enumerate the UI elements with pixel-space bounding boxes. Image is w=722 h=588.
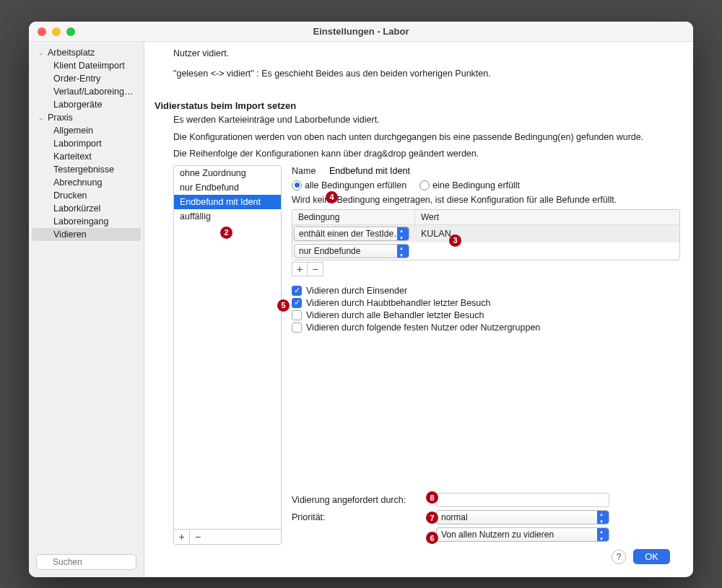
- annotation-badge: 5: [277, 299, 290, 312]
- checkbox[interactable]: [292, 322, 302, 333]
- name-label: Name: [292, 166, 329, 176]
- config-detail: Name alle Bedingungen erfüllen eine Bedi…: [292, 165, 680, 545]
- condition-row[interactable]: enthält einen der TestIde…KULAN: [292, 225, 679, 242]
- annotation-badge: 8: [426, 491, 438, 504]
- checkbox-row: Vidieren durch Haubtbehandler letzter Be…: [292, 298, 680, 308]
- section-desc: Die Konfigurationen werden von oben nach…: [173, 131, 680, 144]
- cond-header-type: Bedingung: [292, 210, 415, 224]
- sidebar-item[interactable]: Klient Dateiimport: [32, 59, 141, 72]
- footer: ? OK: [173, 545, 680, 571]
- sidebar-item[interactable]: Laborkürzel: [32, 202, 141, 215]
- zoom-icon[interactable]: [66, 27, 75, 36]
- condition-type-select[interactable]: nur Endbefunde: [294, 244, 409, 258]
- condition-value[interactable]: [415, 250, 679, 253]
- annotation-badge: 3: [449, 234, 461, 247]
- condition-row[interactable]: nur Endbefunde: [292, 242, 679, 260]
- section-desc: Es werden Karteieinträge und Laborbefund…: [173, 114, 680, 127]
- sidebar-item[interactable]: Testergebnisse: [32, 163, 141, 176]
- config-remove-button[interactable]: −: [190, 530, 206, 544]
- checkbox-row: Vidieren durch alle Behandler letzter Be…: [292, 310, 680, 320]
- checkbox[interactable]: [292, 310, 302, 320]
- minimize-icon[interactable]: [52, 27, 61, 36]
- radio-one-condition[interactable]: [419, 180, 430, 190]
- chevron-down-icon: ⌵: [39, 114, 46, 121]
- checkbox-row: Vidieren durch folgende festen Nutzer od…: [292, 322, 680, 333]
- annotation-badge: 6: [426, 532, 438, 544]
- section-title: Vidierstatus beim Import setzen: [155, 100, 680, 111]
- checkbox-label: Vidieren durch Einsender: [306, 286, 407, 296]
- config-list-item[interactable]: Endbefund mit Ident: [174, 195, 281, 209]
- config-list-item[interactable]: ohne Zuordnung: [174, 166, 281, 180]
- sidebar-item[interactable]: Verlauf/Laboreing…: [32, 85, 141, 98]
- checkbox-label: Vidieren durch alle Behandler letzter Be…: [306, 310, 484, 320]
- condition-remove-button[interactable]: −: [308, 262, 323, 276]
- sidebar-item[interactable]: Drucken: [32, 189, 141, 202]
- chevron-down-icon: ⌵: [39, 49, 46, 56]
- settings-window: Einstellungen - Labor ⌵ArbeitsplatzKlien…: [29, 22, 693, 577]
- checkbox-row: Vidieren durch Einsender: [292, 286, 680, 296]
- scope-select[interactable]: Von allen Nutzern zu vidieren: [436, 527, 609, 542]
- name-input[interactable]: [329, 165, 680, 177]
- condition-type-select[interactable]: enthält einen der TestIde…: [294, 227, 409, 241]
- priority-select[interactable]: normal: [436, 510, 609, 525]
- checkbox[interactable]: [292, 298, 302, 308]
- search-input[interactable]: [36, 554, 136, 570]
- intro-line: "gelesen <-> vidiert" : Es geschieht Bei…: [173, 68, 680, 81]
- radio-one-label: eine Bedingung erfüllt: [432, 180, 520, 190]
- requested-by-field[interactable]: [436, 493, 609, 507]
- config-add-button[interactable]: +: [174, 530, 190, 544]
- help-button[interactable]: ?: [612, 550, 626, 564]
- checkbox-label: Vidieren durch folgende festen Nutzer od…: [306, 322, 540, 333]
- condition-hint: Wird keine Bedingung eingetragen, ist di…: [292, 195, 680, 205]
- requested-by-label: Vidierung angefordert durch:: [292, 495, 436, 505]
- sidebar-item[interactable]: Laborgeräte: [32, 98, 141, 111]
- section-desc: Die Reihenfolge der Konfigurationen kann…: [173, 148, 680, 161]
- annotation-badge: 7: [426, 512, 438, 524]
- window-title: Einstellungen - Labor: [29, 26, 693, 37]
- annotation-badge: 4: [326, 191, 338, 203]
- config-list-item[interactable]: auffällig: [174, 209, 281, 224]
- annotation-badge: 2: [220, 227, 232, 239]
- sidebar-item[interactable]: Laborimport: [32, 137, 141, 150]
- cond-header-value: Wert: [415, 210, 679, 224]
- sidebar-group[interactable]: ⌵Arbeitsplatz: [32, 46, 141, 59]
- titlebar: Einstellungen - Labor: [29, 22, 693, 42]
- sidebar-item[interactable]: Laboreingang: [32, 215, 141, 228]
- condition-add-button[interactable]: +: [292, 262, 308, 276]
- config-list: ohne Zuordnungnur EndbefundEndbefund mit…: [173, 165, 282, 545]
- sidebar: ⌵ArbeitsplatzKlient DateiimportOrder-Ent…: [29, 42, 144, 577]
- sidebar-item[interactable]: Order-Entry: [32, 72, 141, 85]
- conditions-table: Bedingung Wert enthält einen der TestIde…: [292, 209, 680, 260]
- main-panel: Nutzer vidiert. "gelesen <-> vidiert" : …: [144, 42, 693, 577]
- close-icon[interactable]: [38, 27, 46, 36]
- checkbox[interactable]: [292, 286, 302, 296]
- radio-all-label: alle Bedingungen erfüllen: [305, 180, 406, 190]
- sidebar-item[interactable]: Allgemein: [32, 124, 141, 137]
- priority-label: Priorität:: [292, 512, 436, 522]
- intro-line: Nutzer vidiert.: [173, 48, 680, 61]
- radio-all-conditions[interactable]: [292, 180, 302, 190]
- checkbox-label: Vidieren durch Haubtbehandler letzter Be…: [306, 298, 491, 308]
- sidebar-item[interactable]: Vidieren: [32, 228, 141, 241]
- ok-button[interactable]: OK: [633, 549, 670, 564]
- config-list-item[interactable]: nur Endbefund: [174, 180, 281, 195]
- sidebar-group[interactable]: ⌵Praxis: [32, 111, 141, 124]
- sidebar-item[interactable]: Karteitext: [32, 150, 141, 163]
- sidebar-item[interactable]: Abrechnung: [32, 176, 141, 189]
